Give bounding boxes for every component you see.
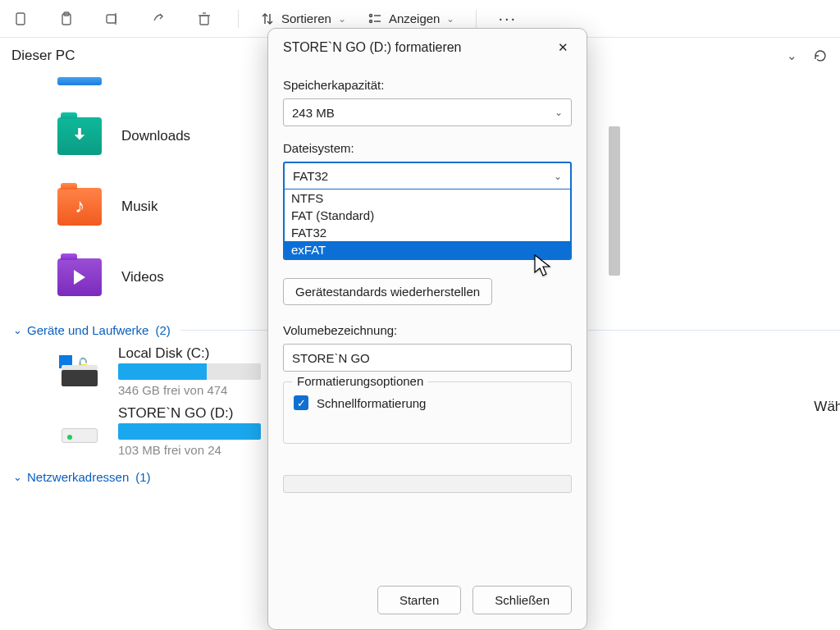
capacity-select[interactable]: 243 MB ⌄ bbox=[283, 98, 572, 126]
svg-point-10 bbox=[369, 14, 372, 16]
start-button[interactable]: Starten bbox=[377, 586, 461, 614]
capacity-label: Speicherkapazität: bbox=[283, 78, 572, 92]
music-folder-icon bbox=[57, 188, 102, 226]
right-pane bbox=[610, 0, 840, 630]
view-menu[interactable]: Anzeigen ⌄ bbox=[368, 11, 455, 26]
usb-drive-icon bbox=[57, 413, 102, 450]
dropdown-option-fat-standard[interactable]: FAT (Standard) bbox=[285, 207, 570, 224]
group-count: (2) bbox=[155, 323, 170, 337]
trash-icon[interactable] bbox=[192, 7, 217, 31]
checkbox-checked-icon[interactable]: ✓ bbox=[294, 395, 308, 410]
copy-icon[interactable] bbox=[8, 7, 33, 31]
chevron-down-icon: ⌄ bbox=[13, 324, 22, 336]
dialog-titlebar: STORE`N GO (D:) formatieren ✕ bbox=[268, 29, 587, 65]
format-dialog: STORE`N GO (D:) formatieren ✕ Speicherka… bbox=[267, 28, 587, 630]
share-icon[interactable] bbox=[146, 7, 171, 31]
toolbar-separator bbox=[238, 10, 239, 28]
restore-defaults-button[interactable]: Gerätestandards wiederherstellen bbox=[283, 278, 492, 305]
filesystem-label: Dateisystem: bbox=[283, 141, 572, 155]
format-options-fieldset: Formatierungsoptionen ✓ Schnellformatier… bbox=[283, 381, 572, 444]
chevron-down-icon: ⌄ bbox=[554, 171, 562, 182]
folder-label: Downloads bbox=[121, 128, 190, 144]
svg-point-12 bbox=[369, 20, 372, 22]
progress-bar bbox=[283, 475, 572, 493]
dropdown-option-exfat[interactable]: exFAT bbox=[285, 241, 570, 258]
drive-icon: 🔓 bbox=[57, 354, 102, 390]
scrollbar-thumb[interactable] bbox=[609, 126, 620, 276]
filesystem-selected: FAT32 bbox=[293, 169, 328, 183]
group-label: Netzwerkadressen bbox=[27, 470, 129, 484]
drive-usage-bar bbox=[118, 423, 261, 440]
drive-info: 346 GB frei von 474 bbox=[118, 383, 261, 397]
dropdown-option-ntfs[interactable]: NTFS bbox=[285, 189, 570, 207]
group-count: (1) bbox=[135, 470, 150, 484]
dialog-title: STORE`N GO (D:) formatieren bbox=[283, 40, 462, 55]
side-hint: Wählen bbox=[814, 399, 840, 415]
format-options-legend: Formatierungsoptionen bbox=[292, 374, 428, 388]
folder-label: Videos bbox=[121, 269, 164, 285]
svg-rect-3 bbox=[107, 15, 116, 23]
svg-rect-0 bbox=[16, 13, 25, 25]
chevron-down-icon: ⌄ bbox=[13, 471, 22, 483]
folder-partial bbox=[57, 77, 102, 85]
chevron-down-icon: ⌄ bbox=[446, 13, 454, 25]
svg-rect-5 bbox=[200, 16, 208, 25]
quick-format-row[interactable]: ✓ Schnellformatierung bbox=[294, 395, 561, 410]
toolbar-separator bbox=[476, 10, 477, 28]
folder-label: Musik bbox=[121, 199, 158, 215]
close-button[interactable]: Schließen bbox=[472, 586, 572, 614]
close-icon[interactable]: ✕ bbox=[554, 39, 572, 57]
drive-title: Local Disk (C:) bbox=[118, 345, 261, 362]
view-label: Anzeigen bbox=[389, 11, 441, 25]
sort-label: Sortieren bbox=[281, 11, 331, 25]
quick-format-label: Schnellformatierung bbox=[317, 396, 426, 410]
volume-name-input[interactable]: STORE`N GO bbox=[283, 344, 572, 372]
filesystem-select[interactable]: FAT32 ⌄ bbox=[283, 162, 572, 189]
group-label: Geräte und Laufwerke bbox=[27, 323, 148, 337]
sort-menu[interactable]: Sortieren ⌄ bbox=[260, 11, 346, 26]
download-folder-icon bbox=[57, 117, 102, 155]
capacity-value: 243 MB bbox=[292, 106, 335, 120]
chevron-down-icon: ⌄ bbox=[338, 13, 346, 25]
dropdown-option-fat32[interactable]: FAT32 bbox=[285, 224, 570, 241]
breadcrumb-title[interactable]: Dieser PC bbox=[11, 48, 75, 64]
rename-icon[interactable] bbox=[100, 7, 125, 31]
drive-usage-bar bbox=[118, 363, 261, 380]
volume-value: STORE`N GO bbox=[292, 351, 370, 365]
more-menu[interactable]: ··· bbox=[498, 9, 517, 28]
drive-info: 103 MB frei von 24 bbox=[118, 443, 261, 457]
drive-title: STORE`N GO (D:) bbox=[118, 405, 261, 422]
video-folder-icon bbox=[57, 258, 102, 296]
filesystem-dropdown: NTFS FAT (Standard) FAT32 exFAT bbox=[283, 189, 572, 260]
chevron-down-icon: ⌄ bbox=[555, 107, 563, 118]
volume-label: Volumebezeichnung: bbox=[283, 323, 572, 337]
dialog-footer: Starten Schließen bbox=[268, 564, 587, 629]
clipboard-icon[interactable] bbox=[54, 7, 79, 31]
